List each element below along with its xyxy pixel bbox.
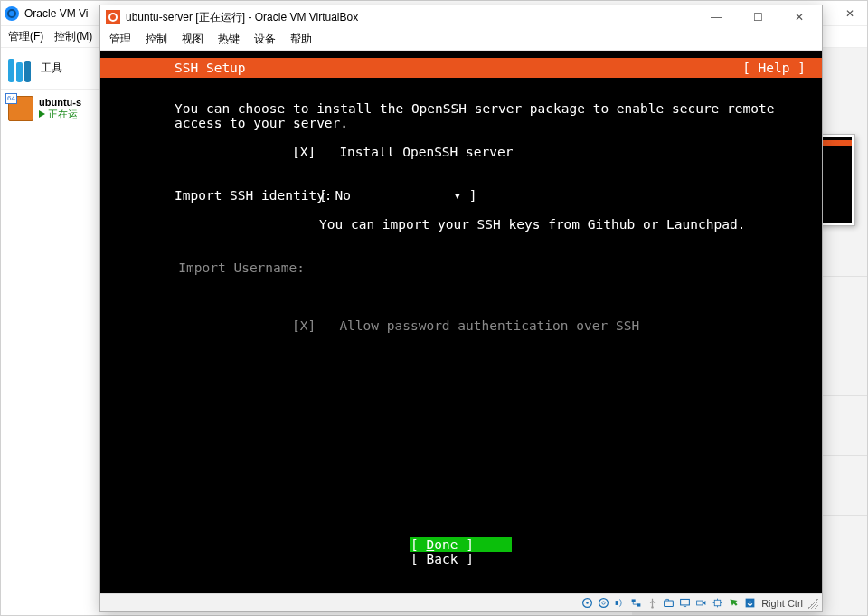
vm-state: 正在运 bbox=[39, 108, 81, 121]
svg-rect-11 bbox=[714, 600, 721, 606]
outer-close-button[interactable]: ✕ bbox=[836, 4, 863, 24]
installer-footer: [ Done ] [ Back ] bbox=[100, 537, 822, 566]
allow-password-auth-checkbox[interactable]: [X] Allow password authentication over S… bbox=[175, 318, 639, 333]
vm-sidebar: 工具 ubuntu-s 正在运 bbox=[1, 48, 100, 615]
menu-manage[interactable]: 管理 bbox=[109, 32, 131, 47]
svg-rect-4 bbox=[616, 601, 618, 605]
svg-point-1 bbox=[586, 602, 588, 603]
import-identity-label: Import SSH identity: bbox=[175, 188, 319, 203]
cpu-icon[interactable] bbox=[711, 596, 724, 610]
hard-disk-icon[interactable] bbox=[580, 596, 594, 610]
svg-rect-8 bbox=[665, 601, 674, 607]
network-icon[interactable] bbox=[629, 596, 643, 610]
menu-devices[interactable]: 设备 bbox=[254, 32, 276, 47]
svg-rect-9 bbox=[681, 599, 690, 605]
back-button[interactable]: [ Back ] bbox=[410, 552, 512, 566]
menu-control[interactable]: 控制 bbox=[146, 32, 167, 47]
shared-folders-icon[interactable] bbox=[662, 596, 675, 610]
running-arrow-icon bbox=[39, 110, 45, 118]
svg-point-2 bbox=[599, 599, 609, 608]
svg-rect-10 bbox=[697, 601, 703, 605]
mouse-integration-icon[interactable] bbox=[727, 596, 741, 610]
outer-window-title: Oracle VM Vi bbox=[24, 7, 88, 20]
import-identity-select[interactable]: [ No ▾ ] bbox=[319, 188, 477, 203]
keyboard-capture-icon[interactable] bbox=[743, 596, 757, 610]
optical-drive-icon[interactable] bbox=[597, 596, 610, 610]
svg-rect-5 bbox=[632, 599, 636, 602]
sidebar-tools-row[interactable]: 工具 bbox=[1, 48, 100, 90]
virtualbox-logo-icon bbox=[5, 6, 19, 21]
tools-icon bbox=[8, 55, 35, 82]
audio-icon[interactable] bbox=[613, 596, 627, 610]
vm-window-title: ubuntu-server [正在运行] - Oracle VM Virtual… bbox=[126, 10, 358, 25]
installer-title: SSH Setup bbox=[175, 61, 246, 75]
svg-point-3 bbox=[602, 602, 605, 604]
installer-body: You can choose to install the OpenSSH se… bbox=[100, 78, 822, 333]
vm-guest-window: ubuntu-server [正在运行] - Oracle VM Virtual… bbox=[99, 5, 823, 612]
svg-point-7 bbox=[651, 606, 653, 608]
sidebar-vm-item[interactable]: ubuntu-s 正在运 bbox=[1, 90, 100, 128]
menu-help[interactable]: 帮助 bbox=[290, 32, 312, 47]
done-button[interactable]: [ Done ] bbox=[410, 537, 512, 552]
menu-view[interactable]: 视图 bbox=[182, 32, 203, 47]
display-icon[interactable] bbox=[678, 596, 692, 610]
usb-icon[interactable] bbox=[646, 596, 659, 610]
import-username-label: Import Username: bbox=[175, 261, 319, 275]
vm-statusbar: Right Ctrl bbox=[100, 593, 822, 611]
help-button[interactable]: [ Help ] bbox=[742, 61, 806, 75]
menu-control[interactable]: 控制(M) bbox=[54, 29, 92, 44]
desc-line2: access to your server. bbox=[175, 116, 348, 130]
ubuntu-icon bbox=[106, 10, 120, 24]
menu-manage[interactable]: 管理(F) bbox=[8, 29, 43, 44]
minimize-button[interactable]: — bbox=[695, 6, 737, 28]
menu-hotkeys[interactable]: 热键 bbox=[218, 32, 240, 47]
resize-grip-icon[interactable] bbox=[807, 598, 818, 609]
install-openssh-checkbox[interactable]: [X] Install OpenSSH server bbox=[175, 145, 513, 159]
vm-titlebar[interactable]: ubuntu-server [正在运行] - Oracle VM Virtual… bbox=[100, 5, 822, 29]
import-hint: You can import your SSH keys from Github… bbox=[319, 217, 745, 232]
guest-console[interactable]: SSH Setup [ Help ] You can choose to ins… bbox=[100, 51, 822, 593]
desc-line1: You can choose to install the OpenSSH se… bbox=[175, 101, 774, 116]
recording-icon[interactable] bbox=[694, 596, 708, 610]
maximize-button[interactable]: ☐ bbox=[737, 6, 778, 28]
ubuntu-os-icon bbox=[8, 96, 33, 121]
vm-name: ubuntu-s bbox=[39, 97, 81, 108]
installer-header: SSH Setup [ Help ] bbox=[100, 58, 822, 78]
tools-label: 工具 bbox=[41, 61, 62, 76]
host-key-label: Right Ctrl bbox=[761, 598, 803, 609]
vm-menubar: 管理 控制 视图 热键 设备 帮助 bbox=[100, 29, 822, 51]
close-button[interactable]: ✕ bbox=[778, 6, 820, 28]
